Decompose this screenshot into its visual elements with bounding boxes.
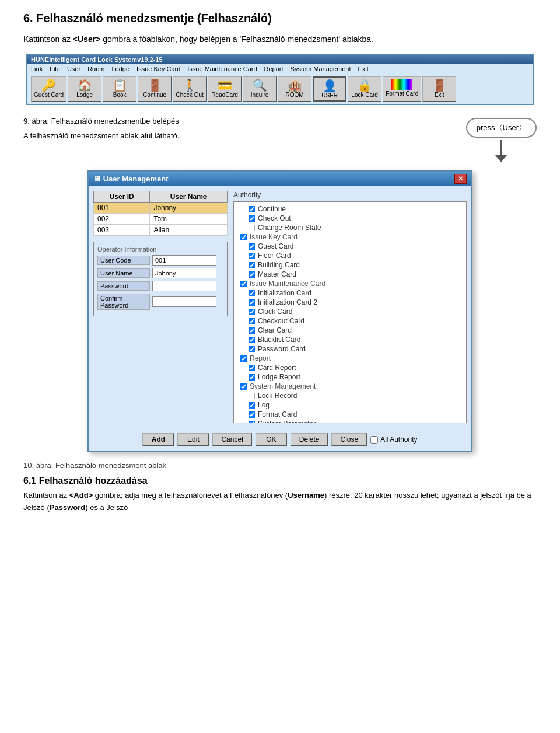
auth-checkbox[interactable] bbox=[249, 411, 256, 418]
auth-item[interactable]: Issue Maintenance Card bbox=[236, 279, 464, 288]
toolbar-btn-user[interactable]: 👤 USER bbox=[313, 76, 346, 102]
auth-checkbox[interactable] bbox=[249, 392, 256, 399]
caption9-text: 9. ábra: Felhasználó menedzsmentbe belép… bbox=[23, 116, 454, 128]
user-table-row[interactable]: 003Allan bbox=[94, 225, 228, 236]
auth-checkbox[interactable] bbox=[249, 289, 256, 296]
menu-lodge[interactable]: Lodge bbox=[112, 65, 130, 72]
auth-item[interactable]: Password Card bbox=[236, 344, 464, 354]
op-field-input[interactable] bbox=[152, 296, 216, 307]
auth-item-label: Issue Maintenance Card bbox=[250, 280, 326, 288]
toolbar-button-row: 🔑 Guest Card 🏠 Lodge 📋 Book 🚪 Continue 🚶… bbox=[27, 74, 533, 104]
auth-item[interactable]: Change Room State bbox=[236, 223, 464, 232]
auth-item-label: Blacklist Card bbox=[258, 336, 300, 344]
user-table-row[interactable]: 001Johnny bbox=[94, 203, 228, 214]
auth-checkbox[interactable] bbox=[249, 252, 256, 259]
auth-item[interactable]: Issue Key Card bbox=[236, 232, 464, 242]
auth-checkbox[interactable] bbox=[249, 336, 256, 343]
auth-checkbox[interactable] bbox=[249, 205, 256, 212]
auth-item[interactable]: Blacklist Card bbox=[236, 335, 464, 344]
menu-report[interactable]: Report bbox=[264, 65, 284, 72]
op-field-input[interactable] bbox=[152, 268, 216, 278]
op-field-input[interactable] bbox=[152, 255, 216, 266]
auth-checkbox[interactable] bbox=[249, 345, 256, 352]
toolbar-btn-lockcard[interactable]: 🔒 Lock Card bbox=[348, 76, 382, 102]
formatcard-icon bbox=[391, 79, 412, 90]
auth-item[interactable]: Card Report bbox=[236, 363, 464, 372]
auth-item[interactable]: Report bbox=[236, 354, 464, 363]
auth-checkbox[interactable] bbox=[249, 243, 256, 250]
auth-checkbox[interactable] bbox=[249, 317, 256, 324]
auth-checkbox[interactable] bbox=[240, 355, 247, 362]
toolbar-btn-lodge[interactable]: 🏠 Lodge bbox=[68, 76, 102, 102]
toolbar-btn-checkout[interactable]: 🚶 Check Out bbox=[173, 76, 206, 102]
auth-item[interactable]: Format Card bbox=[236, 410, 464, 419]
toolbar-btn-exit[interactable]: 🚪 Exit bbox=[422, 76, 456, 102]
auth-item[interactable]: System Parameter bbox=[236, 419, 464, 423]
authority-label: Authority bbox=[233, 191, 467, 199]
btn-add[interactable]: Add bbox=[142, 433, 174, 446]
auth-item[interactable]: Guest Card bbox=[236, 242, 464, 251]
auth-item-label: Format Card bbox=[258, 410, 297, 418]
auth-checkbox[interactable] bbox=[249, 271, 256, 278]
menu-room[interactable]: Room bbox=[88, 65, 104, 72]
op-field-input[interactable] bbox=[152, 281, 216, 291]
auth-checkbox[interactable] bbox=[240, 233, 247, 240]
menu-link[interactable]: Link bbox=[31, 65, 43, 72]
auth-item[interactable]: Master Card bbox=[236, 270, 464, 279]
btn-edit[interactable]: Edit bbox=[177, 433, 209, 446]
auth-checkbox[interactable] bbox=[249, 364, 256, 371]
auth-checkbox[interactable] bbox=[249, 224, 256, 231]
btn-close[interactable]: Close bbox=[331, 433, 367, 446]
dialog-close-button[interactable]: ✕ bbox=[454, 174, 467, 184]
auth-item[interactable]: Clear Card bbox=[236, 326, 464, 335]
auth-item[interactable]: Clock Card bbox=[236, 307, 464, 316]
toolbar-btn-formatcard[interactable]: Format Card bbox=[383, 76, 421, 102]
auth-checkbox[interactable] bbox=[249, 420, 256, 423]
auth-item[interactable]: Initialization Card bbox=[236, 288, 464, 298]
auth-checkbox[interactable] bbox=[240, 383, 247, 390]
auth-checkbox[interactable] bbox=[249, 215, 256, 222]
auth-item[interactable]: Building Card bbox=[236, 260, 464, 270]
menu-sysmanage[interactable]: System Management bbox=[290, 65, 351, 72]
auth-checkbox[interactable] bbox=[240, 280, 247, 287]
toolbar-btn-continue[interactable]: 🚪 Continue bbox=[138, 76, 172, 102]
auth-item[interactable]: Log bbox=[236, 400, 464, 410]
user-id-cell: 003 bbox=[94, 225, 150, 236]
menu-issue-maint[interactable]: Issue Maintenance Card bbox=[187, 65, 257, 72]
section-61-heading: 6.1 Felhasználó hozzáadása bbox=[23, 476, 537, 486]
auth-item-label: Master Card bbox=[258, 270, 296, 278]
btn-delete[interactable]: Delete bbox=[290, 433, 328, 446]
auth-item[interactable]: Floor Card bbox=[236, 251, 464, 260]
toolbar-btn-inquire[interactable]: 🔍 Inquire bbox=[243, 76, 276, 102]
btn-cancel[interactable]: Cancel bbox=[212, 433, 251, 446]
auth-checkbox[interactable] bbox=[249, 402, 256, 409]
authority-scroll[interactable]: ContinueCheck OutChange Room StateIssue … bbox=[233, 201, 467, 423]
toolbar-btn-guestcard[interactable]: 🔑 Guest Card bbox=[31, 76, 66, 102]
auth-checkbox[interactable] bbox=[249, 299, 256, 306]
menu-exit[interactable]: Exit bbox=[358, 65, 369, 72]
user-table-row[interactable]: 002Tom bbox=[94, 214, 228, 225]
menu-issue-key[interactable]: Issue Key Card bbox=[136, 65, 180, 72]
all-authority-checkbox[interactable] bbox=[370, 436, 378, 444]
auth-checkbox[interactable] bbox=[249, 308, 256, 315]
auth-checkbox[interactable] bbox=[249, 261, 256, 268]
op-field-row: Password bbox=[97, 281, 223, 291]
auth-checkbox[interactable] bbox=[249, 327, 256, 334]
menu-file[interactable]: File bbox=[50, 65, 60, 72]
auth-checkbox[interactable] bbox=[249, 374, 256, 381]
btn-ok[interactable]: OK bbox=[256, 433, 287, 446]
auth-item[interactable]: Initialization Card 2 bbox=[236, 298, 464, 307]
menu-user[interactable]: User bbox=[67, 65, 80, 72]
auth-item[interactable]: Checkout Card bbox=[236, 316, 464, 326]
auth-item[interactable]: System Management bbox=[236, 382, 464, 391]
auth-item[interactable]: Lodge Report bbox=[236, 372, 464, 382]
user-name-cell: Johnny bbox=[150, 203, 228, 214]
auth-item[interactable]: Check Out bbox=[236, 214, 464, 223]
toolbar-btn-book[interactable]: 📋 Book bbox=[103, 76, 136, 102]
auth-item[interactable]: Continue bbox=[236, 204, 464, 214]
toolbar-btn-readcard[interactable]: 💳 ReadCard bbox=[208, 76, 242, 102]
dialog-wrapper: 🖥 User Management ✕ User ID User Name 00… bbox=[26, 170, 534, 452]
toolbar-menu-bar[interactable]: Link File User Room Lodge Issue Key Card… bbox=[27, 64, 533, 74]
toolbar-btn-room[interactable]: 🏨 ROOM bbox=[278, 76, 312, 102]
auth-item[interactable]: Lock Record bbox=[236, 391, 464, 400]
